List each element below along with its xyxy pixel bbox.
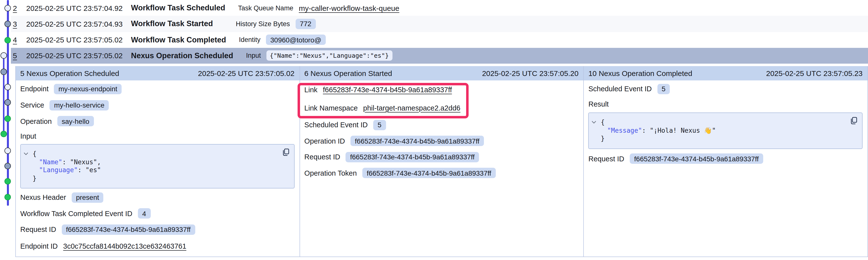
field-value-link[interactable]: 3c0c75ccfa8144b092c13ce632463761 xyxy=(63,242,186,250)
timeline-dot-white xyxy=(4,5,11,11)
field-row-workflow-task-completed-event-id: Workflow Task Completed Event ID4 xyxy=(16,206,299,222)
field-label: Input xyxy=(20,132,36,140)
json-text: : xyxy=(642,126,650,134)
timeline-dot-gray xyxy=(0,68,7,75)
field-row-operation-token: Operation Tokenf665283f-743e-4374-b45b-9… xyxy=(300,165,583,181)
field-label: Operation Token xyxy=(304,169,356,177)
event-timestamp: 2025-02-25 UTC 23:57:05.02 xyxy=(26,36,131,44)
panel-header: 6 Nexus Operation Started 2025-02-25 UTC… xyxy=(300,66,583,80)
panel-fields-1: Linkf665283f-743e-4374-b45b-9a61a89337ff… xyxy=(300,80,583,181)
field-value-badge: f665283f-743e-4374-b45b-9a61a89337ff xyxy=(350,136,484,146)
timeline-dot-white xyxy=(4,84,11,90)
event-history-view: 22025-02-25 UTC 23:57:04.92Workflow Task… xyxy=(0,0,868,260)
field-label: Request ID xyxy=(588,155,624,163)
field-label: Endpoint xyxy=(20,85,49,93)
field-label: Operation ID xyxy=(304,137,345,145)
field-value-link[interactable]: phil-target-namespace2.a2dd6 xyxy=(363,104,460,112)
field-row-operation: Operationsay-hello xyxy=(16,113,299,129)
panel-title: 5 Nexus Operation Scheduled xyxy=(20,69,119,77)
event-row-3[interactable]: 32025-02-25 UTC 23:57:04.93Workflow Task… xyxy=(11,16,868,32)
panel-title: 10 Nexus Operation Completed xyxy=(588,69,692,77)
field-row-scheduled-event-id: Scheduled Event ID5 xyxy=(300,117,583,133)
event-row-2[interactable]: 22025-02-25 UTC 23:57:04.92Workflow Task… xyxy=(11,0,868,16)
field-row-operation-id: Operation IDf665283f-743e-4374-b45b-9a61… xyxy=(300,133,583,149)
field-row-link-namespace: Link Namespacephil-target-namespace2.a2d… xyxy=(300,99,583,117)
json-text: "¡Hola! Nexus 👋" xyxy=(650,126,716,134)
field-label: Scheduled Event ID xyxy=(588,85,652,93)
json-text: } xyxy=(601,135,605,142)
json-key: "Name" xyxy=(39,158,62,165)
field-value-badge: 5 xyxy=(657,84,670,94)
field-value-badge: 5 xyxy=(373,120,386,130)
field-label: Result xyxy=(588,100,609,108)
json-code-block: {"Message": "¡Hola! Nexus 👋"} xyxy=(588,112,863,149)
field-label: Request ID xyxy=(304,153,340,161)
field-row-link: Linkf665283f-743e-4374-b45b-9a61a89337ff xyxy=(300,80,583,99)
event-number-link[interactable]: 3 xyxy=(13,20,26,28)
json-text: { xyxy=(601,118,605,126)
event-detail-panels: 5 Nexus Operation Scheduled 2025-02-25 U… xyxy=(15,66,868,257)
timeline-line-left xyxy=(3,55,4,134)
event-row-4[interactable]: 42025-02-25 UTC 23:57:05.02Workflow Task… xyxy=(11,32,868,48)
copy-icon xyxy=(281,148,289,156)
event-timeline xyxy=(0,0,12,260)
field-label: Service xyxy=(20,101,44,109)
json-key: "Message" xyxy=(607,126,642,134)
event-number-link[interactable]: 4 xyxy=(13,36,26,44)
timeline-dot-green xyxy=(4,194,11,200)
event-rows-list: 22025-02-25 UTC 23:57:04.92Workflow Task… xyxy=(11,0,868,64)
field-label: Request ID xyxy=(20,226,56,234)
event-timestamp: 2025-02-25 UTC 23:57:04.92 xyxy=(26,4,131,12)
timeline-dot-gray xyxy=(4,99,11,106)
event-attr-link[interactable]: my-caller-workflow-task-queue xyxy=(299,4,399,12)
event-attr-label: Task Queue Name xyxy=(238,4,293,11)
field-row-result: Result xyxy=(584,97,868,111)
field-row-scheduled-event-id: Scheduled Event ID5 xyxy=(584,80,868,97)
event-attr-badge: 30960@totoro@ xyxy=(266,35,326,45)
panel-fields-2: Scheduled Event ID5Result{"Message": "¡H… xyxy=(584,80,868,167)
event-name: Workflow Task Scheduled xyxy=(131,3,225,12)
timeline-dot-gray xyxy=(4,21,11,27)
field-row-endpoint-id: Endpoint ID3c0c75ccfa8144b092c13ce632463… xyxy=(16,237,299,255)
field-value-badge: 4 xyxy=(138,209,151,219)
field-row-request-id: Request IDf665283f-743e-4374-b45b-9a61a8… xyxy=(584,151,868,167)
panel-timestamp: 2025-02-25 UTC 23:57:05.02 xyxy=(198,69,294,77)
panel-timestamp: 2025-02-25 UTC 23:57:05.23 xyxy=(766,69,863,77)
json-text: : xyxy=(78,166,86,174)
code-line: { xyxy=(21,150,280,158)
event-attr-label: History Size Bytes xyxy=(236,20,290,28)
code-line: "Language": "es" xyxy=(21,166,280,175)
field-value-badge: my-nexus-endpoint xyxy=(54,84,122,94)
field-value-badge: say-hello xyxy=(57,116,94,126)
field-label: Endpoint ID xyxy=(20,242,58,250)
event-number-link[interactable]: 2 xyxy=(13,4,26,12)
event-name: Nexus Operation Scheduled xyxy=(131,51,233,60)
panel-nexus-operation-completed: 10 Nexus Operation Completed 2025-02-25 … xyxy=(584,66,868,257)
field-label: Link xyxy=(304,85,317,94)
code-line: } xyxy=(589,135,848,143)
event-timestamp: 2025-02-25 UTC 23:57:04.93 xyxy=(26,20,131,28)
field-value-badge: f665283f-743e-4374-b45b-9a61a89337ff xyxy=(362,168,496,178)
panel-title: 6 Nexus Operation Started xyxy=(304,69,392,77)
timeline-dot-green xyxy=(4,37,11,43)
panel-nexus-operation-started: 6 Nexus Operation Started 2025-02-25 UTC… xyxy=(299,66,583,257)
field-label: Scheduled Event ID xyxy=(304,121,368,129)
event-row-5[interactable]: 52025-02-25 UTC 23:57:05.02Nexus Operati… xyxy=(11,48,868,64)
json-text: } xyxy=(33,175,37,182)
timeline-dot-white xyxy=(4,147,11,154)
timeline-dot-green xyxy=(4,178,11,185)
timeline-dot-green xyxy=(0,131,7,137)
chevron-down-icon[interactable] xyxy=(592,121,596,124)
field-value-link[interactable]: f665283f-743e-4374-b45b-9a61a89337ff xyxy=(323,85,452,94)
event-number-link[interactable]: 5 xyxy=(13,51,26,60)
field-value-badge: present xyxy=(71,192,103,203)
field-value-badge: f665283f-743e-4374-b45b-9a61a89337ff xyxy=(345,152,479,162)
panel-timestamp: 2025-02-25 UTC 23:57:05.20 xyxy=(482,69,578,77)
chevron-down-icon[interactable] xyxy=(24,152,28,155)
panel-fields-0: Endpointmy-nexus-endpointServicemy-hello… xyxy=(16,80,299,255)
json-text: : xyxy=(62,158,70,165)
json-key: "Language" xyxy=(39,166,78,174)
copy-button[interactable] xyxy=(849,116,858,125)
field-label: Workflow Task Completed Event ID xyxy=(20,210,132,218)
copy-button[interactable] xyxy=(281,148,289,156)
